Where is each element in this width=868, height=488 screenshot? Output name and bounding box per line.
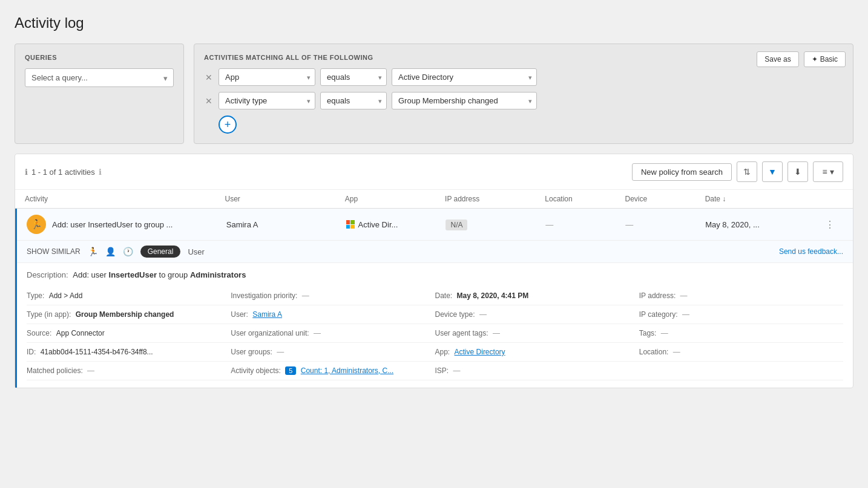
filters-header: ACTIVITIES MATCHING ALL OF THE FOLLOWING (204, 54, 843, 61)
description-label: Description: (27, 270, 70, 279)
investigation-value: — (302, 291, 309, 300)
activity-icon: 🏃 (27, 215, 46, 234)
results-panel: ℹ 1 - 1 of 1 activities ℹ New policy fro… (15, 154, 853, 388)
ip-cell: N/A (446, 220, 545, 229)
clock-sim-icon[interactable]: 🕐 (123, 247, 133, 256)
basic-button[interactable]: ✦ Basic (804, 51, 846, 67)
tags-value: — (661, 329, 668, 337)
results-toolbar-actions: New policy from search ⇅ ▼ ⬇ ≡ ▾ (632, 161, 843, 182)
tag-user: User (188, 247, 204, 256)
app-detail-cell: App: Active Directory (435, 343, 639, 362)
page-title: Activity log (15, 15, 853, 31)
filter-operator-2[interactable]: equals (320, 92, 387, 109)
app-detail-value[interactable]: Active Directory (455, 348, 505, 356)
matched-policies-cell: Matched policies: — (27, 362, 231, 380)
columns-icon: ≡ ▾ (822, 167, 833, 177)
filter-operator-1[interactable]: equals (320, 68, 387, 86)
th-app[interactable]: App (345, 195, 445, 203)
th-device[interactable]: Device (625, 195, 705, 203)
download-icon: ⬇ (794, 167, 801, 177)
tag-general: General (140, 246, 181, 258)
user-detail-cell: User: Samira A (231, 305, 435, 324)
save-as-button[interactable]: Save as (757, 51, 798, 67)
queries-label: QUERIES (25, 54, 174, 61)
activity-objects-badge: 5 (285, 366, 296, 375)
description-group: Administrators (190, 270, 246, 279)
info-icon: ℹ (25, 168, 28, 177)
activity-cell: 🏃 Add: user InsertedUser to group ... (27, 215, 226, 234)
th-ip[interactable]: IP address (445, 195, 545, 203)
feedback-link[interactable]: Send us feedback... (779, 247, 843, 256)
user-detail-value[interactable]: Samira A (252, 310, 282, 319)
columns-button[interactable]: ≡ ▾ (813, 161, 843, 182)
filter-value-2[interactable]: Group Membership changed (392, 92, 537, 109)
activity-objects-value[interactable]: Count: 1, Administrators, C... (301, 366, 393, 375)
show-similar-row: SHOW SIMILAR 🏃 👤 🕐 General User Send us … (17, 240, 853, 262)
date-detail-value: May 8, 2020, 4:41 PM (457, 291, 529, 300)
activity-objects-cell: Activity objects: 5 Count: 1, Administra… (231, 362, 435, 380)
isp-value: — (453, 366, 461, 375)
investigation-cell: Investigation priority: — (231, 287, 435, 305)
ip-badge: N/A (446, 220, 467, 230)
filter-value-1[interactable]: Active Directory (392, 68, 537, 86)
th-date[interactable]: Date ↓ (705, 195, 825, 203)
description-row: Description: Add: user InsertedUser to g… (27, 270, 843, 279)
remove-filter-2[interactable]: ✕ (204, 96, 214, 106)
ip-category-cell: IP category: — (639, 305, 843, 324)
results-count: ℹ 1 - 1 of 1 activities ℹ (25, 168, 102, 177)
user-sim-icon[interactable]: 👤 (105, 247, 116, 256)
location-cell: — (545, 220, 625, 229)
star-icon: ✦ (812, 55, 818, 63)
activity-text: Add: user InsertedUser to group ... (52, 220, 173, 229)
info-icon-2: ℹ (99, 168, 102, 177)
new-policy-button[interactable]: New policy from search (632, 163, 732, 181)
download-button[interactable]: ⬇ (787, 161, 808, 182)
matched-policies-value: — (87, 366, 94, 375)
queries-panel: QUERIES Select a query... (15, 44, 184, 144)
add-filter-button[interactable]: + (219, 115, 237, 134)
th-location[interactable]: Location (545, 195, 625, 203)
filter-button[interactable]: ▼ (762, 161, 783, 182)
app-name: Active Dir... (358, 220, 398, 229)
date-detail-cell: Date: May 8, 2020, 4:41 PM (435, 287, 639, 305)
activity-row-container: 🏃 Add: user InsertedUser to group ... Sa… (15, 209, 853, 388)
device-type-value: — (479, 310, 487, 319)
user-cell: Samira A (226, 220, 346, 229)
filter-icon: ▼ (768, 167, 777, 177)
type-value: Add > Add (49, 291, 83, 300)
show-similar-label: SHOW SIMILAR (27, 247, 81, 256)
app-cell: Active Dir... (346, 220, 446, 229)
source-cell: Source: App Connector (27, 324, 231, 343)
user-agent-cell: User agent tags: — (435, 324, 639, 343)
id-value: 41abb0d4-1511-4354-b476-34ff8... (41, 348, 153, 356)
th-user[interactable]: User (225, 195, 345, 203)
user-agent-value: — (493, 329, 500, 337)
source-value: App Connector (56, 329, 105, 337)
user-groups-value: — (277, 348, 284, 356)
more-actions-button[interactable]: ⋮ (825, 219, 843, 230)
user-org-value: — (314, 329, 321, 337)
description-user: InsertedUser (109, 270, 157, 279)
table-header: Activity User App IP address Location De… (15, 190, 853, 209)
filter-field-1[interactable]: App (219, 68, 315, 86)
table-row[interactable]: 🏃 Add: user InsertedUser to group ... Sa… (17, 209, 853, 240)
detail-grid: Type: Add > Add Investigation priority: … (27, 287, 843, 380)
tags-cell: Tags: — (639, 324, 843, 343)
results-toolbar: ℹ 1 - 1 of 1 activities ℹ New policy fro… (15, 154, 853, 190)
windows-icon (346, 220, 355, 229)
detail-section: Description: Add: user InsertedUser to g… (17, 262, 853, 388)
date-cell: May 8, 2020, ... (705, 220, 825, 229)
type-app-value: Group Membership changed (76, 310, 174, 319)
filter-field-2[interactable]: Activity type (219, 92, 315, 109)
activity-sim-icon[interactable]: 🏃 (88, 247, 98, 256)
sort-button[interactable]: ⇅ (737, 161, 757, 182)
th-actions (825, 195, 843, 203)
empty-cell (639, 362, 843, 380)
select-query[interactable]: Select a query... (25, 68, 174, 87)
ip-detail-cell: IP address: — (639, 287, 843, 305)
user-org-cell: User organizational unit: — (231, 324, 435, 343)
type-app-cell: Type (in app): Group Membership changed (27, 305, 231, 324)
th-activity[interactable]: Activity (25, 195, 225, 203)
ip-detail-value: — (680, 291, 688, 300)
remove-filter-1[interactable]: ✕ (204, 73, 214, 82)
